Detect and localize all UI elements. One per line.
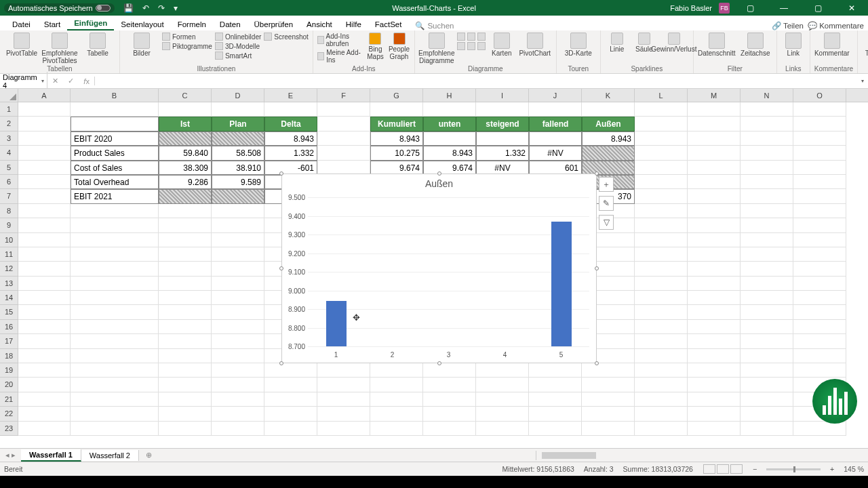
minimize-icon[interactable]: — — [770, 3, 797, 13]
cell[interactable]: unten — [423, 117, 476, 131]
cell[interactable] — [529, 392, 582, 407]
cell[interactable] — [688, 161, 741, 175]
save-icon[interactable]: 💾 — [123, 3, 134, 13]
cell[interactable]: 59.840 — [159, 146, 212, 160]
cell[interactable] — [264, 407, 317, 421]
sparkline-winloss-button[interactable]: Gewinn/Verlust — [659, 33, 689, 54]
my-addins-button[interactable]: Meine Add-Ins — [317, 49, 363, 64]
link-button[interactable]: Link — [781, 33, 806, 58]
tab-daten[interactable]: Daten — [213, 18, 248, 30]
col-header[interactable]: K — [582, 89, 635, 102]
cell[interactable] — [370, 407, 423, 421]
cell[interactable] — [529, 422, 582, 436]
cell[interactable] — [71, 218, 159, 232]
cell[interactable] — [741, 247, 793, 262]
row-header[interactable]: 2 — [0, 117, 18, 131]
row-header[interactable]: 21 — [0, 392, 18, 407]
cell[interactable] — [741, 378, 793, 392]
chart-bar[interactable] — [326, 301, 347, 346]
tab-ueberpruefen[interactable]: Überprüfen — [248, 18, 300, 30]
slicer-button[interactable]: Datenschnitt — [698, 33, 736, 58]
cell[interactable] — [582, 422, 635, 436]
pictures-button[interactable]: Bilder — [124, 33, 159, 58]
cell[interactable] — [582, 146, 635, 160]
cell[interactable] — [18, 247, 71, 262]
cell[interactable] — [582, 161, 635, 175]
cell[interactable] — [212, 218, 264, 232]
redo-icon[interactable]: ↷ — [158, 3, 165, 13]
cell[interactable] — [529, 378, 582, 392]
share-button[interactable]: 🔗 Teilen — [772, 21, 804, 30]
row-header[interactable]: 12 — [0, 262, 18, 276]
cell[interactable] — [793, 305, 846, 319]
cell[interactable] — [635, 320, 688, 334]
cell[interactable]: Plan — [212, 117, 264, 131]
col-header[interactable]: E — [264, 89, 317, 102]
cell[interactable] — [635, 102, 688, 117]
cell[interactable] — [741, 320, 793, 334]
cell[interactable] — [317, 392, 370, 407]
cell[interactable]: 8.943 — [370, 131, 423, 146]
cell[interactable] — [18, 218, 71, 232]
cell[interactable] — [71, 305, 159, 319]
cell[interactable] — [688, 218, 741, 232]
cell[interactable] — [18, 305, 71, 319]
cell[interactable]: Total Overhead — [71, 175, 159, 189]
shapes-button[interactable]: Formen — [162, 33, 212, 41]
cell[interactable] — [741, 189, 793, 203]
chart-styles-button[interactable]: ✎ — [599, 196, 614, 211]
cell[interactable] — [688, 363, 741, 378]
tab-start[interactable]: Start — [37, 18, 67, 30]
cell[interactable] — [370, 422, 423, 436]
row-header[interactable]: 7 — [0, 189, 18, 203]
cell[interactable] — [635, 392, 688, 407]
cell[interactable] — [688, 378, 741, 392]
col-header[interactable]: J — [529, 89, 582, 102]
cell[interactable] — [635, 378, 688, 392]
cell[interactable] — [212, 305, 264, 319]
cell[interactable]: 38.910 — [212, 161, 264, 175]
ribbon-options-icon[interactable]: ▢ — [736, 3, 764, 13]
cell[interactable] — [71, 233, 159, 247]
row-header[interactable]: 11 — [0, 247, 18, 262]
cell[interactable] — [741, 349, 793, 363]
cell[interactable] — [793, 334, 846, 348]
row-header[interactable]: 1 — [0, 102, 18, 117]
cell[interactable] — [635, 131, 688, 146]
cell[interactable] — [212, 131, 264, 146]
cell[interactable] — [317, 378, 370, 392]
chart-elements-button[interactable]: ＋ — [599, 177, 614, 192]
row-header[interactable]: 18 — [0, 349, 18, 363]
cell[interactable] — [529, 131, 582, 146]
cell[interactable] — [793, 204, 846, 218]
cell[interactable] — [688, 117, 741, 131]
cell[interactable] — [741, 334, 793, 348]
cell[interactable] — [71, 378, 159, 392]
cell[interactable] — [741, 363, 793, 378]
cell[interactable]: Ist — [159, 117, 212, 131]
row-header[interactable]: 5 — [0, 161, 18, 175]
cell[interactable] — [18, 102, 71, 117]
cell[interactable] — [582, 392, 635, 407]
cell[interactable] — [582, 378, 635, 392]
cell[interactable] — [688, 102, 741, 117]
cell[interactable] — [741, 277, 793, 291]
cell[interactable] — [476, 131, 529, 146]
cell[interactable]: -601 — [264, 161, 317, 175]
cell[interactable] — [212, 233, 264, 247]
cell[interactable]: EBIT 2021 — [71, 189, 159, 203]
cell[interactable] — [18, 161, 71, 175]
cell[interactable] — [159, 247, 212, 262]
cell[interactable] — [793, 247, 846, 262]
cell[interactable] — [71, 204, 159, 218]
cell[interactable] — [71, 320, 159, 334]
cell[interactable] — [688, 175, 741, 189]
cell[interactable] — [741, 117, 793, 131]
cell[interactable]: 601 — [529, 161, 582, 175]
cell[interactable] — [793, 291, 846, 305]
view-page-break-button[interactable] — [730, 464, 743, 474]
cell[interactable] — [212, 247, 264, 262]
cell[interactable] — [793, 161, 846, 175]
row-header[interactable]: 6 — [0, 175, 18, 189]
cell[interactable]: 9.589 — [212, 175, 264, 189]
